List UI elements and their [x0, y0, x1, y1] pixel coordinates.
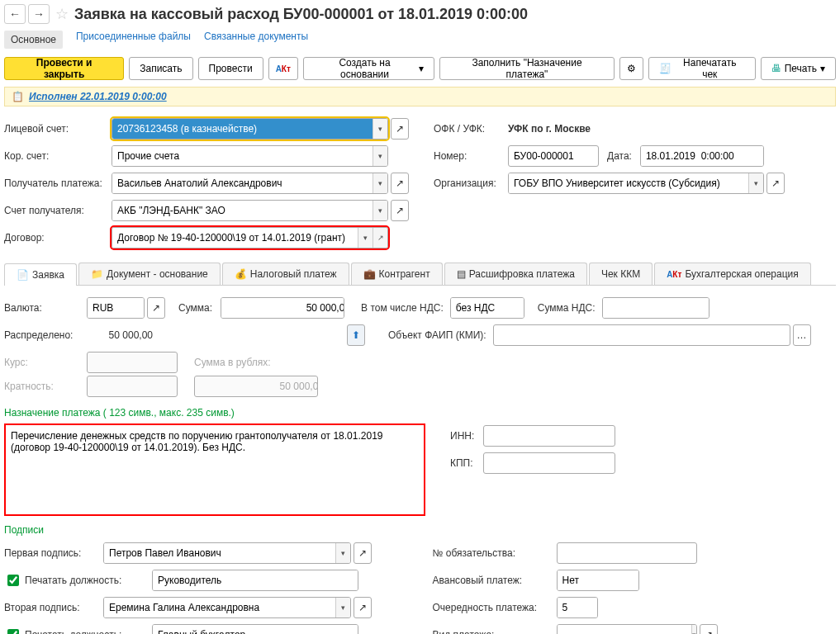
korr-input[interactable] — [112, 146, 373, 166]
contract-open-icon[interactable]: ↗ — [373, 228, 387, 248]
priority-input[interactable] — [558, 598, 598, 617]
purpose-header: Назначение платежа ( 123 симв., макс. 23… — [4, 407, 836, 419]
tab-breakdown[interactable]: ▤Расшифровка платежа — [444, 263, 587, 285]
akkt-icon: АКт — [667, 270, 681, 279]
payment-type-label: Вид платежа: — [433, 629, 557, 634]
vat-rate-input[interactable] — [451, 298, 524, 318]
tab-kkm[interactable]: Чек ККМ — [589, 263, 653, 285]
account-open-button[interactable]: ↗ — [391, 118, 409, 140]
number-input[interactable] — [508, 145, 599, 167]
obligation-input[interactable] — [557, 542, 697, 564]
org-open-button[interactable]: ↗ — [766, 173, 785, 194]
sig1-input[interactable] — [104, 543, 335, 563]
tab-request-label: Заявка — [32, 269, 64, 281]
org-input[interactable] — [509, 173, 748, 193]
payment-type-input[interactable] — [558, 625, 691, 634]
post-button[interactable]: Провести — [198, 57, 263, 80]
tab-tax-label: Налоговый платеж — [250, 268, 337, 280]
tab-kkm-label: Чек ККМ — [601, 268, 640, 280]
vat-sum-input[interactable] — [603, 298, 709, 318]
tab-counterparty[interactable]: 💼Контрагент — [351, 263, 443, 285]
status-link[interactable]: Исполнен 22.01.2019 0:00:00 — [29, 91, 167, 102]
currency-input[interactable] — [88, 298, 145, 318]
payment-type-dropdown-icon[interactable]: ▾ — [691, 625, 696, 634]
faip-more-button[interactable]: … — [793, 324, 811, 346]
fill-purpose-button[interactable]: Заполнить "Назначение платежа" — [439, 57, 615, 80]
favorite-star-icon[interactable]: ☆ — [55, 5, 69, 23]
nav-linked[interactable]: Связанные документы — [204, 31, 308, 49]
vat-incl-label: В том числе НДС: — [361, 302, 444, 314]
tab-basis-label: Документ - основание — [107, 268, 208, 280]
print-pos2-checkbox[interactable] — [7, 629, 19, 634]
faip-label: Объект ФАИП (КМИ): — [388, 329, 486, 341]
date-input[interactable] — [641, 146, 764, 166]
contract-input[interactable] — [112, 228, 358, 248]
org-label: Организация: — [434, 177, 508, 189]
faip-input[interactable] — [493, 324, 790, 346]
nav-back-button[interactable]: ← — [4, 4, 26, 24]
account-input[interactable] — [112, 119, 373, 139]
print-pos2-label: Печатать должность: — [25, 629, 149, 634]
sig2-dropdown-icon[interactable]: ▾ — [335, 598, 350, 617]
sig2-input[interactable] — [104, 598, 335, 617]
org-dropdown-icon[interactable]: ▾ — [748, 173, 763, 193]
print-button[interactable]: 🖶 Печать ▾ — [761, 57, 836, 80]
print-receipt-button[interactable]: 🧾 Напечатать чек — [648, 57, 756, 80]
korr-label: Кор. счет: — [4, 150, 112, 162]
settings-button[interactable]: ⚙ — [619, 57, 643, 80]
post-and-close-button[interactable]: Провести и закрыть — [4, 57, 124, 80]
dropdown-icon: ▾ — [419, 63, 424, 74]
multiplicity-label: Кратность: — [4, 381, 87, 392]
recipient-dropdown-icon[interactable]: ▾ — [373, 173, 387, 193]
sig1-dropdown-icon[interactable]: ▾ — [335, 543, 350, 563]
tab-accounting[interactable]: АКтБухгалтерская операция — [654, 263, 811, 285]
distributed-value: 50 000,00 — [87, 329, 153, 341]
nav-main[interactable]: Основное — [4, 31, 63, 49]
currency-open-button[interactable]: ↗ — [147, 297, 165, 319]
nav-forward-button[interactable]: → — [28, 4, 50, 24]
tab-request[interactable]: 📄Заявка — [4, 263, 77, 286]
print-receipt-label: Напечатать чек — [675, 57, 745, 80]
purpose-textarea[interactable] — [4, 423, 425, 516]
tab-accounting-label: Бухгалтерская операция — [685, 268, 798, 280]
korr-dropdown-icon[interactable]: ▾ — [373, 146, 387, 166]
recip-acc-dropdown-icon[interactable]: ▾ — [373, 201, 387, 220]
recip-acc-input[interactable] — [112, 201, 373, 220]
save-button[interactable]: Записать — [129, 57, 192, 80]
kpp-input[interactable] — [483, 452, 615, 474]
payment-type-open-button[interactable]: ↗ — [700, 624, 718, 634]
up-arrow-button[interactable]: ⬆ — [347, 324, 365, 346]
sig1-open-button[interactable]: ↗ — [354, 542, 372, 564]
priority-label: Очередность платежа: — [433, 602, 557, 613]
page-title: Заявка на кассовый расход БУ00-000001 от… — [74, 6, 528, 23]
account-dropdown-icon[interactable]: ▾ — [373, 119, 387, 139]
recipient-label: Получатель платежа: — [4, 177, 112, 189]
receipt-icon: 🧾 — [659, 63, 672, 74]
recipient-input[interactable] — [112, 173, 373, 193]
tab-tax[interactable]: 💰Налоговый платеж — [222, 263, 349, 285]
pos2-input[interactable] — [153, 625, 358, 634]
create-based-label: Создать на основании — [314, 57, 415, 80]
status-icon: 📋 — [12, 91, 24, 102]
recip-acc-open-button[interactable]: ↗ — [391, 200, 409, 221]
create-based-on-button[interactable]: Создать на основании ▾ — [303, 57, 434, 80]
pos1-input[interactable] — [153, 570, 358, 590]
tab-basis[interactable]: 📁Документ - основание — [78, 263, 221, 285]
recipient-open-button[interactable]: ↗ — [391, 173, 409, 194]
inn-input[interactable] — [483, 425, 615, 447]
multiplicity-input — [88, 376, 178, 396]
obligation-label: № обязательства: — [433, 547, 557, 559]
tab-counterparty-label: Контрагент — [379, 268, 430, 280]
rub-sum-input — [195, 376, 318, 396]
advance-input[interactable] — [558, 570, 639, 590]
dropdown-icon: ▾ — [820, 63, 825, 74]
sum-input[interactable] — [221, 298, 344, 318]
print-pos1-checkbox[interactable] — [7, 575, 19, 586]
sig2-open-button[interactable]: ↗ — [354, 597, 372, 618]
document-icon: 📄 — [17, 269, 29, 281]
contract-dropdown-icon[interactable]: ▾ — [358, 228, 373, 248]
print-pos1-label: Печатать должность: — [25, 575, 149, 586]
sum-label: Сумма: — [178, 302, 212, 314]
nav-files[interactable]: Присоединенные файлы — [76, 31, 191, 49]
akkt-button[interactable]: АКт — [268, 57, 298, 80]
